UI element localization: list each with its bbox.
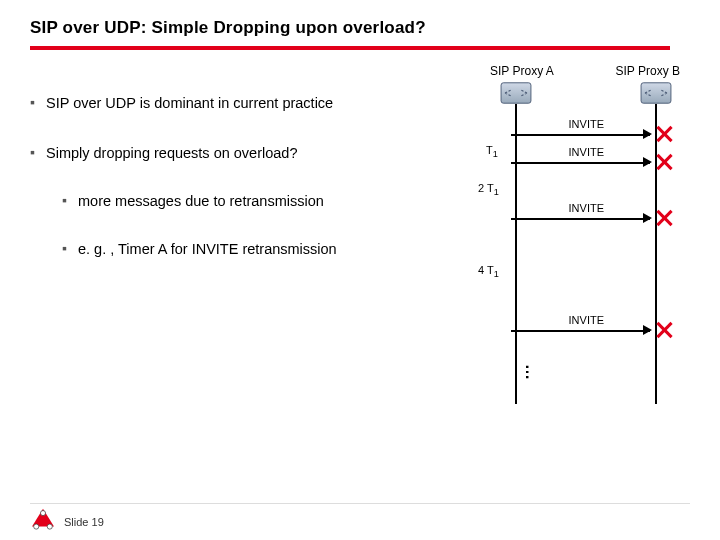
lifeline-b <box>655 104 657 404</box>
bullet-2: Simply dropping requests on overload? mo… <box>30 144 470 258</box>
msg-invite-3: INVITE <box>516 210 650 228</box>
page-title: SIP over UDP: Simple Dropping upon overl… <box>30 18 690 38</box>
drop-icon-3 <box>656 210 672 226</box>
lifeline-a <box>515 104 517 404</box>
bullet-1: SIP over UDP is dominant in current prac… <box>30 94 470 112</box>
drop-icon-2 <box>656 154 672 170</box>
tick-2t1 <box>511 218 519 220</box>
tick-start <box>511 134 519 136</box>
tick-4t1 <box>511 330 519 332</box>
title-rule <box>30 46 670 50</box>
msg-invite-1: INVITE <box>516 126 650 144</box>
proxy-b-label: SIP Proxy B <box>616 64 680 78</box>
ellipsis-icon: … <box>522 364 540 382</box>
proxy-a-icon <box>500 82 532 104</box>
msg-invite-2: INVITE <box>516 154 650 172</box>
timer-t1: T1 <box>486 144 498 159</box>
tick-t1 <box>511 162 519 164</box>
proxy-b-icon <box>640 82 672 104</box>
drop-icon-1 <box>656 126 672 142</box>
bullet-2-text: Simply dropping requests on overload? <box>46 145 297 161</box>
bullet-2b: e. g. , Timer A for INVITE retransmissio… <box>46 240 470 258</box>
msg-invite-4-label: INVITE <box>569 314 604 326</box>
msg-invite-2-label: INVITE <box>569 146 604 158</box>
svg-point-3 <box>34 524 39 529</box>
msg-invite-1-label: INVITE <box>569 118 604 130</box>
footer-rule <box>30 503 690 505</box>
slide: SIP over UDP: Simple Dropping upon overl… <box>0 0 720 540</box>
slide-body: SIP over UDP is dominant in current prac… <box>30 94 690 424</box>
bullet-2a: more messages due to retransmission <box>46 192 470 210</box>
slide-number: Slide 19 <box>64 516 104 528</box>
svg-point-5 <box>40 511 45 516</box>
sequence-diagram: SIP Proxy A SIP Proxy B INVITE INVITE <box>470 64 690 424</box>
proxy-a-label: SIP Proxy A <box>490 64 554 78</box>
logo-icon <box>30 508 56 534</box>
drop-icon-4 <box>656 322 672 338</box>
svg-point-4 <box>47 524 52 529</box>
msg-invite-3-label: INVITE <box>569 202 604 214</box>
msg-invite-4: INVITE <box>516 322 650 340</box>
timer-2t1: 2 T1 <box>478 182 499 197</box>
bullet-list: SIP over UDP is dominant in current prac… <box>30 94 470 424</box>
timer-4t1: 4 T1 <box>478 264 499 279</box>
